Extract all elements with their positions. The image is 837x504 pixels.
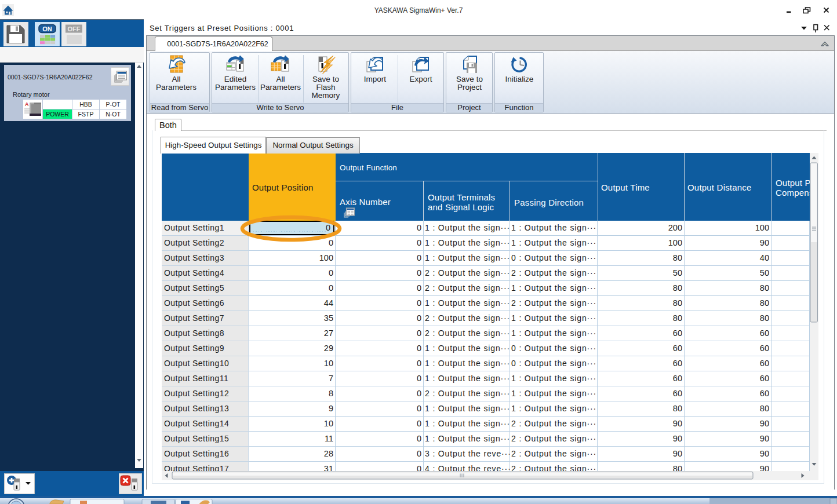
- svg-text:ON: ON: [42, 25, 52, 32]
- svg-text:OFF: OFF: [68, 25, 81, 32]
- svg-text:A: A: [25, 101, 29, 107]
